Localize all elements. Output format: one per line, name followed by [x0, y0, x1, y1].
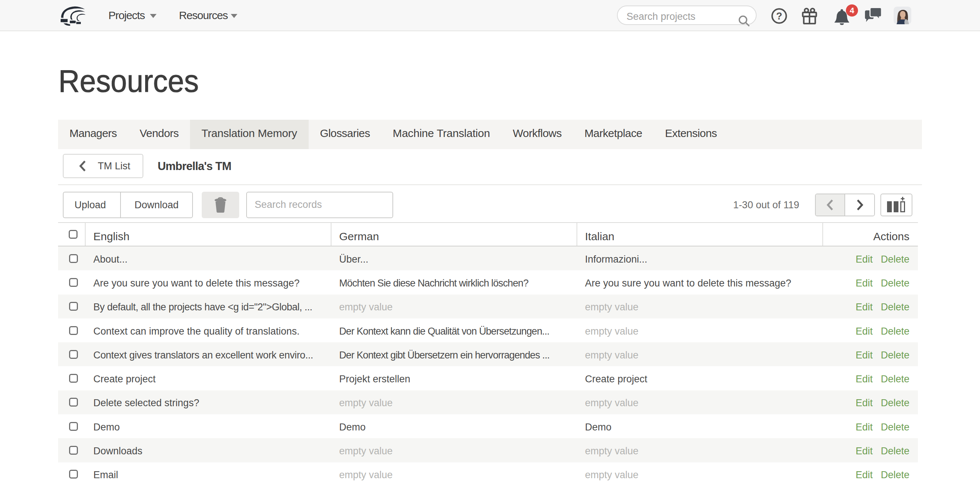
svg-text:?: ?: [776, 11, 782, 22]
